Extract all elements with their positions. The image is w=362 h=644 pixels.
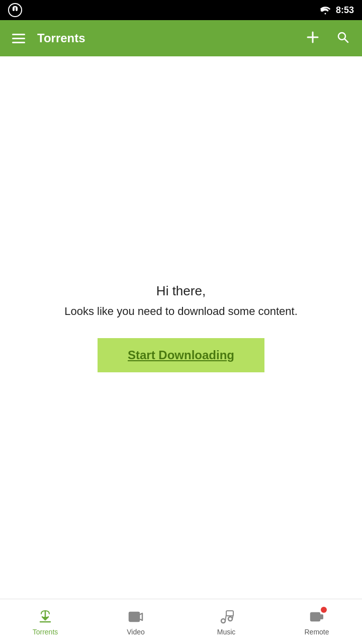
add-torrent-button[interactable] xyxy=(302,26,324,51)
app-logo-icon xyxy=(8,3,22,17)
nav-item-music[interactable]: Music xyxy=(181,604,272,640)
music-nav-icon xyxy=(217,608,235,626)
status-time: 8:53 xyxy=(336,5,354,16)
svg-point-5 xyxy=(228,617,232,621)
nav-item-video[interactable]: Video xyxy=(90,604,181,640)
hamburger-menu-button[interactable] xyxy=(8,30,29,47)
svg-line-2 xyxy=(345,39,348,42)
start-downloading-button[interactable]: Start Downloading xyxy=(98,338,264,372)
nav-item-remote[interactable]: Remote xyxy=(272,604,362,640)
toolbar: Torrents xyxy=(0,20,362,56)
nav-label-video: Video xyxy=(127,628,145,636)
empty-title: Hi there, xyxy=(64,283,298,299)
empty-message: Hi there, Looks like you need to downloa… xyxy=(64,283,298,318)
toolbar-actions xyxy=(302,26,354,51)
remote-nav-icon xyxy=(308,608,326,626)
status-bar: 8:53 xyxy=(0,0,362,20)
search-button[interactable] xyxy=(332,26,354,51)
svg-line-6 xyxy=(225,615,226,621)
toolbar-title: Torrents xyxy=(37,31,302,45)
start-downloading-label: Start Downloading xyxy=(128,348,234,362)
nav-label-remote: Remote xyxy=(304,628,329,636)
svg-rect-8 xyxy=(311,613,320,621)
svg-rect-9 xyxy=(320,615,323,619)
nav-label-torrents: Torrents xyxy=(33,628,58,636)
empty-subtitle: Looks like you need to download some con… xyxy=(64,305,298,318)
status-bar-left xyxy=(8,3,22,17)
nav-item-torrents[interactable]: Torrents xyxy=(0,604,90,640)
main-content: Hi there, Looks like you need to downloa… xyxy=(0,56,362,599)
bottom-navigation: Torrents Video Music xyxy=(0,599,362,644)
svg-point-4 xyxy=(221,619,225,623)
torrents-nav-icon xyxy=(36,608,54,626)
video-nav-icon xyxy=(127,608,145,626)
search-icon xyxy=(336,30,350,44)
svg-rect-3 xyxy=(129,612,139,621)
wifi-icon xyxy=(320,6,331,15)
status-bar-right: 8:53 xyxy=(320,5,354,16)
remote-badge xyxy=(321,607,327,613)
svg-point-0 xyxy=(9,4,22,17)
nav-label-music: Music xyxy=(217,628,236,636)
